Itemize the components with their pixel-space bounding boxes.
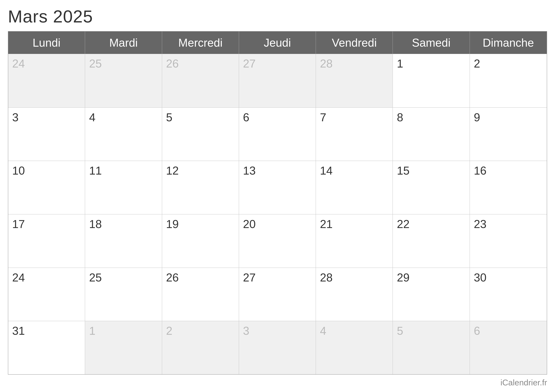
day-number: 9 [474,111,480,124]
calendar-day[interactable]: 23 [470,214,547,268]
calendar-day[interactable]: 4 [85,108,162,161]
day-number: 18 [89,218,102,230]
day-number: 4 [89,111,95,124]
day-number: 17 [12,218,25,230]
header-day-lundi: Lundi [8,31,85,54]
calendar-day[interactable]: 3 [239,321,316,374]
calendar-day[interactable]: 3 [8,108,85,161]
day-number: 5 [166,111,172,124]
calendar-day[interactable]: 4 [316,321,393,374]
calendar-day[interactable]: 24 [8,268,85,321]
day-number: 7 [320,111,326,124]
day-number: 12 [166,164,179,177]
calendar-day[interactable]: 24 [8,54,85,107]
calendar-day[interactable]: 1 [393,54,470,107]
day-number: 15 [397,164,409,177]
day-number: 23 [474,218,487,230]
header-day-dimanche: Dimanche [470,31,547,54]
header-day-vendredi: Vendredi [316,31,393,54]
calendar-day[interactable]: 25 [85,54,162,107]
calendar-day[interactable]: 29 [393,268,470,321]
calendar-day[interactable]: 15 [393,161,470,214]
calendar-day[interactable]: 27 [239,54,316,107]
calendar-day[interactable]: 5 [393,321,470,374]
calendar-day[interactable]: 1 [85,321,162,374]
calendar-day[interactable]: 14 [316,161,393,214]
week-row-3: 17181920212223 [8,214,547,268]
day-number: 20 [243,218,256,230]
calendar-day[interactable]: 16 [470,161,547,214]
day-number: 27 [243,271,256,284]
calendar-day[interactable]: 28 [316,54,393,107]
calendar-day[interactable]: 6 [470,321,547,374]
week-row-1: 3456789 [8,107,547,161]
day-number: 21 [320,218,333,230]
day-number: 1 [89,324,95,337]
calendar-day[interactable]: 2 [470,54,547,107]
calendar-day[interactable]: 31 [8,321,85,374]
calendar-day[interactable]: 6 [239,108,316,161]
calendar-day[interactable]: 8 [393,108,470,161]
header-day-jeudi: Jeudi [239,31,316,54]
day-number: 8 [397,111,403,124]
day-number: 28 [320,271,333,284]
day-number: 2 [474,57,480,70]
header-day-mardi: Mardi [85,31,162,54]
day-number: 6 [474,324,480,337]
calendar-day[interactable]: 19 [162,214,239,268]
day-number: 30 [474,271,487,284]
calendar-day[interactable]: 25 [85,268,162,321]
calendar-day[interactable]: 11 [85,161,162,214]
calendar-day[interactable]: 30 [470,268,547,321]
calendar-day[interactable]: 7 [316,108,393,161]
day-number: 10 [12,164,25,177]
week-row-4: 24252627282930 [8,268,547,321]
calendar-day[interactable]: 5 [162,108,239,161]
day-number: 31 [12,324,25,337]
day-number: 26 [166,271,179,284]
calendar-day[interactable]: 28 [316,268,393,321]
day-number: 29 [397,271,409,284]
week-row-5: 31123456 [8,321,547,374]
day-number: 2 [166,324,172,337]
calendar-day[interactable]: 27 [239,268,316,321]
day-number: 25 [89,57,102,70]
day-number: 27 [243,57,256,70]
footer: iCalendrier.fr [8,375,547,387]
day-number: 28 [320,57,333,70]
calendar-day[interactable]: 9 [470,108,547,161]
calendar-day[interactable]: 20 [239,214,316,268]
day-number: 14 [320,164,333,177]
header-day-mercredi: Mercredi [162,31,239,54]
calendar-day[interactable]: 22 [393,214,470,268]
day-number: 25 [89,271,102,284]
day-number: 22 [397,218,409,230]
page-title: Mars 2025 [8,6,547,26]
calendar-day[interactable]: 17 [8,214,85,268]
calendar-day[interactable]: 2 [162,321,239,374]
day-number: 24 [12,57,25,70]
calendar-body: 2425262728123456789101112131415161718192… [8,54,547,374]
calendar: LundiMardiMercrediJeudiVendrediSamediDim… [8,31,547,375]
day-number: 3 [12,111,19,124]
day-number: 13 [243,164,256,177]
header-day-samedi: Samedi [393,31,470,54]
calendar-header: LundiMardiMercrediJeudiVendrediSamediDim… [8,31,547,54]
day-number: 4 [320,324,326,337]
calendar-day[interactable]: 13 [239,161,316,214]
week-row-2: 10111213141516 [8,161,547,214]
calendar-day[interactable]: 21 [316,214,393,268]
day-number: 19 [166,218,179,230]
day-number: 16 [474,164,487,177]
calendar-day[interactable]: 12 [162,161,239,214]
calendar-day[interactable]: 10 [8,161,85,214]
calendar-day[interactable]: 26 [162,54,239,107]
day-number: 11 [89,164,102,177]
day-number: 3 [243,324,249,337]
week-row-0: 242526272812 [8,54,547,107]
calendar-day[interactable]: 18 [85,214,162,268]
calendar-day[interactable]: 26 [162,268,239,321]
day-number: 1 [397,57,403,70]
day-number: 24 [12,271,25,284]
day-number: 26 [166,57,179,70]
